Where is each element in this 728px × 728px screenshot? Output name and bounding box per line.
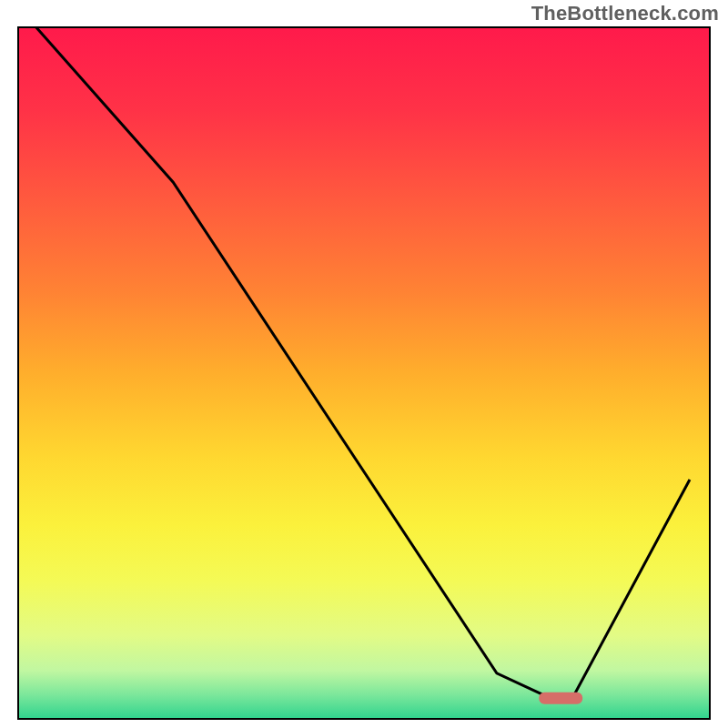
bottleneck-chart [0,0,728,728]
optimal-marker [539,693,582,704]
chart-stage: TheBottleneck.com [0,0,728,728]
plot-background [18,27,710,719]
